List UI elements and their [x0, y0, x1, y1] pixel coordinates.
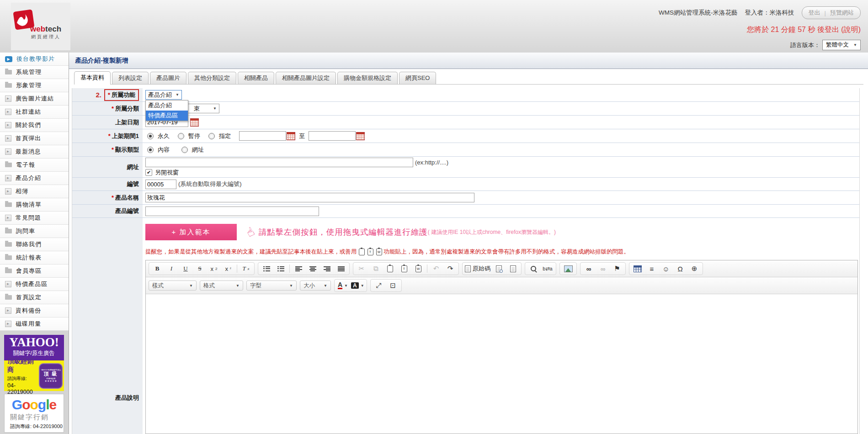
templates-button[interactable]: [506, 264, 520, 274]
sidebar-item-special-offers[interactable]: 特價產品區: [0, 278, 69, 291]
period-from-input[interactable]: [239, 131, 286, 141]
sidebar-item-album[interactable]: 相簿: [0, 185, 69, 198]
unlink-icon: ∞: [601, 265, 606, 273]
sidebar-item-contact-us[interactable]: 聯絡我們: [0, 238, 69, 251]
smiley-button[interactable]: ☺: [659, 264, 673, 274]
calendar-icon[interactable]: [190, 118, 199, 127]
sidebar-item-products[interactable]: 產品介紹: [0, 172, 69, 185]
superscript-button[interactable]: x²: [221, 264, 235, 274]
format-select[interactable]: 格式▼: [200, 281, 243, 291]
justify-button[interactable]: [334, 264, 348, 274]
countdown-help-link[interactable]: (說明): [841, 26, 861, 33]
show-blocks-button[interactable]: ⊡: [386, 281, 400, 291]
paste-button[interactable]: [383, 264, 397, 274]
sidebar-item-home-popup[interactable]: 首頁彈出: [0, 132, 69, 145]
sidebar-item-about-us[interactable]: 關於我們: [0, 119, 69, 132]
sidebar-item-statistics[interactable]: 統計報表: [0, 251, 69, 265]
maximize-button[interactable]: ⤢: [372, 281, 386, 291]
tab-product-images[interactable]: 產品圖片: [150, 72, 186, 84]
dropdown-option-special-offers[interactable]: 特價產品區: [146, 111, 188, 121]
text-color-button[interactable]: A▼: [336, 281, 350, 291]
anchor-button[interactable]: ⚑: [610, 264, 624, 274]
tab-related-product-images[interactable]: 相關產品圖片設定: [276, 72, 336, 84]
paste-from-word-button[interactable]: W: [411, 264, 425, 274]
sidebar-item-newsletter[interactable]: 電子報: [0, 159, 69, 172]
source-button[interactable]: 原始碼: [464, 264, 491, 274]
yahoo-ad-banner[interactable]: YAHOO! 關鍵字/原生廣告 頂級經銷商 諮詢專線: 04-22019000 …: [4, 335, 64, 391]
styles-select[interactable]: 樣式▼: [149, 281, 197, 291]
replace-button[interactable]: b⇄a: [541, 264, 554, 274]
sidebar-item-system[interactable]: 系統管理: [0, 66, 69, 79]
redo-button[interactable]: ↷: [443, 264, 457, 274]
horizontal-rule-button[interactable]: ≡: [645, 264, 659, 274]
sidebar-item-faq[interactable]: 常見問題: [0, 212, 69, 225]
function-select[interactable]: 產品介紹 ▼: [145, 90, 182, 100]
period-radio-specify[interactable]: [208, 133, 215, 139]
calendar-icon[interactable]: [356, 132, 365, 140]
sidebar-item-members[interactable]: 會員專區: [0, 265, 69, 278]
preview-button[interactable]: [492, 264, 506, 274]
product-code-input[interactable]: [145, 206, 319, 216]
display-type-radio-content[interactable]: [147, 147, 154, 153]
italic-button[interactable]: I: [165, 264, 178, 274]
tab-page-seo[interactable]: 網頁SEO: [399, 72, 436, 84]
cut-button[interactable]: ✂: [355, 264, 368, 274]
period-to-input[interactable]: [309, 131, 356, 141]
iframe-button[interactable]: ⊕: [687, 264, 701, 274]
bulleted-list-button[interactable]: [274, 264, 288, 274]
sidebar-item-shopping-list[interactable]: 購物清單: [0, 198, 69, 212]
sidebar-item-image-mgmt[interactable]: 形象管理: [0, 79, 69, 92]
language-select[interactable]: 繁體中文 ▼: [822, 40, 861, 50]
open-new-window-checkbox[interactable]: [145, 169, 152, 176]
align-left-button[interactable]: [292, 264, 305, 274]
tab-list-settings[interactable]: 列表設定: [112, 72, 149, 84]
calendar-icon[interactable]: [287, 132, 295, 140]
sidebar-item-ad-links[interactable]: 廣告圖片連結: [0, 92, 69, 106]
insert-image-button[interactable]: [561, 264, 575, 274]
logout-button[interactable]: 登出: [809, 9, 820, 17]
remove-format-button[interactable]: Tx: [239, 264, 253, 274]
find-button[interactable]: [527, 264, 540, 274]
tab-related-products[interactable]: 相關產品: [238, 72, 274, 84]
product-name-input[interactable]: [145, 193, 474, 202]
add-template-button[interactable]: + 加入範本: [145, 224, 237, 240]
preview-site-button[interactable]: 預覽網站: [830, 9, 854, 17]
tab-price-specs[interactable]: 購物金額規格設定: [337, 72, 398, 84]
tab-basic-info[interactable]: 基本資料: [74, 71, 111, 85]
align-right-button[interactable]: [320, 264, 334, 274]
flag-icon: ⚑: [614, 265, 620, 273]
insert-table-button[interactable]: [631, 264, 644, 274]
sidebar-item-news[interactable]: 最新消息: [0, 145, 69, 159]
sidebar-item-backup[interactable]: 資料備份: [0, 304, 69, 318]
google-ad-banner[interactable]: Google 關鍵字行銷 諮詢專線: 04-22019000: [4, 394, 64, 433]
link-button[interactable]: ∞: [582, 264, 596, 274]
dropdown-option-products[interactable]: 產品介紹: [146, 101, 188, 111]
sidebar-item-tutorial-video[interactable]: ▶後台教學影片: [0, 53, 69, 66]
step-marker: 2.: [96, 91, 101, 99]
number-input[interactable]: [145, 180, 176, 189]
paste-as-text-button[interactable]: T: [397, 264, 411, 274]
unlink-button[interactable]: ∞: [596, 264, 610, 274]
editor-content-area[interactable]: [146, 294, 857, 434]
special-char-button[interactable]: Ω: [673, 264, 687, 274]
undo-button[interactable]: ↶: [429, 264, 443, 274]
sidebar-item-home-settings[interactable]: 首頁設定: [0, 291, 69, 304]
period-radio-pause[interactable]: [178, 133, 184, 139]
copy-button[interactable]: ⧉: [369, 264, 383, 274]
tab-other-categories[interactable]: 其他分類設定: [188, 72, 236, 84]
font-size-select[interactable]: 大小▼: [300, 281, 331, 291]
numbered-list-button[interactable]: [260, 264, 273, 274]
sidebar-item-disk-usage[interactable]: 磁碟用量: [0, 318, 69, 331]
period-radio-permanent[interactable]: [147, 133, 154, 139]
strikethrough-button[interactable]: S: [193, 264, 207, 274]
font-select[interactable]: 字型▼: [246, 281, 297, 291]
url-input[interactable]: [145, 158, 413, 167]
bold-button[interactable]: B: [150, 264, 164, 274]
align-center-button[interactable]: [306, 264, 320, 274]
background-color-button[interactable]: A▼: [350, 281, 365, 291]
display-type-radio-url[interactable]: [181, 147, 188, 153]
underline-button[interactable]: U: [179, 264, 192, 274]
sidebar-item-social-links[interactable]: 社群連結: [0, 106, 69, 119]
sidebar-item-inquiry-cart[interactable]: 詢問車: [0, 225, 69, 238]
subscript-button[interactable]: x2: [207, 264, 221, 274]
